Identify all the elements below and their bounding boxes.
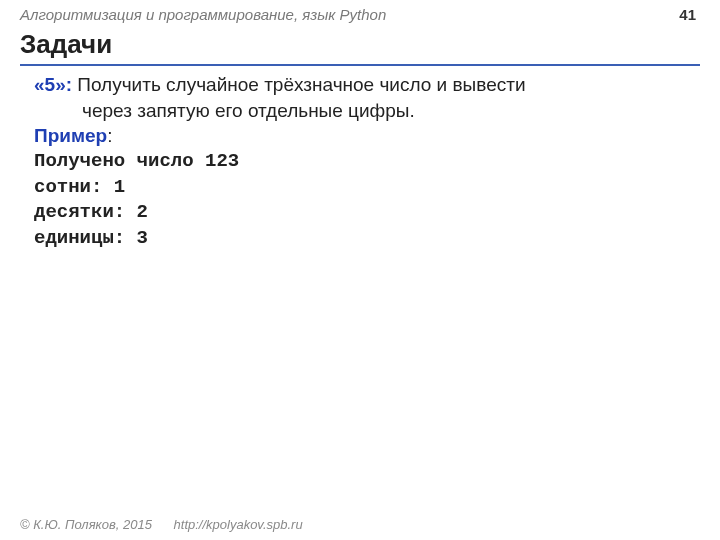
task-text-1: Получить случайное трёхзначное число и в… (72, 74, 525, 95)
title-block: Задачи (20, 29, 700, 66)
example-label: Пример (34, 125, 107, 146)
example-label-line: Пример: (34, 123, 696, 149)
footer-url: http://kpolyakov.spb.ru (174, 517, 303, 532)
example-colon: : (107, 125, 112, 146)
example-output-1: сотни: 1 (34, 175, 696, 201)
course-title: Алгоритмизация и программирование, язык … (20, 6, 386, 23)
content-area: «5»: Получить случайное трёхзначное числ… (0, 66, 720, 251)
task-line-1: «5»: Получить случайное трёхзначное числ… (34, 72, 696, 98)
page-number: 41 (679, 6, 696, 23)
example-output-0: Получено число 123 (34, 149, 696, 175)
footer: © К.Ю. Поляков, 2015 http://kpolyakov.sp… (20, 517, 303, 532)
grade-label: «5»: (34, 74, 72, 95)
header-bar: Алгоритмизация и программирование, язык … (0, 0, 720, 27)
footer-copyright: © К.Ю. Поляков, 2015 (20, 517, 152, 532)
example-output-3: единицы: 3 (34, 226, 696, 252)
task-text-2: через запятую его отдельные цифры. (82, 98, 696, 124)
example-output-2: десятки: 2 (34, 200, 696, 226)
page-title: Задачи (20, 29, 700, 62)
